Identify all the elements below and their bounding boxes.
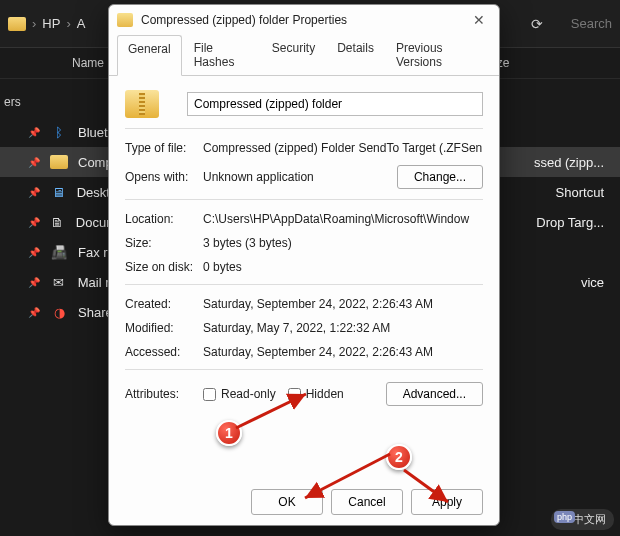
size-value: 3 bytes (3 bytes) [203, 236, 483, 250]
opens-with-value: Unknown application [203, 170, 397, 184]
tab-panel-general: Type of file:Compressed (zipped) Folder … [109, 76, 499, 479]
label: Size on disk: [125, 260, 203, 274]
tab-details[interactable]: Details [327, 35, 384, 75]
label: Location: [125, 212, 203, 226]
breadcrumb-segment[interactable]: A [77, 16, 86, 31]
label: Created: [125, 297, 203, 311]
pin-icon: 📌 [28, 217, 40, 228]
tab-general[interactable]: General [117, 35, 182, 76]
zip-folder-icon [125, 90, 159, 118]
accessed-value: Saturday, September 24, 2022, 2:26:43 AM [203, 345, 483, 359]
close-icon[interactable]: ✕ [467, 12, 491, 28]
pin-icon: 📌 [28, 247, 40, 258]
search-input[interactable]: Search [571, 16, 612, 31]
fax-icon: 📠 [50, 243, 68, 261]
location-value: C:\Users\HP\AppData\Roaming\Microsoft\Wi… [203, 212, 483, 226]
tab-file-hashes[interactable]: File Hashes [184, 35, 260, 75]
bluetooth-icon: ᛒ [50, 123, 68, 141]
folder-icon [8, 17, 26, 31]
annotation-marker-1: 1 [216, 420, 242, 446]
document-icon: 🗎 [50, 213, 66, 231]
tab-previous-versions[interactable]: Previous Versions [386, 35, 491, 75]
pin-icon: 📌 [28, 127, 40, 138]
label: Opens with: [125, 170, 203, 184]
refresh-icon[interactable]: ⟳ [521, 10, 553, 38]
pin-icon: 📌 [28, 277, 40, 288]
label: Accessed: [125, 345, 203, 359]
watermark: 中文网 [551, 509, 614, 530]
modified-value: Saturday, May 7, 2022, 1:22:32 AM [203, 321, 483, 335]
zip-folder-icon [50, 153, 68, 171]
cancel-button[interactable]: Cancel [331, 489, 403, 515]
zip-folder-icon [117, 13, 133, 27]
label: Modified: [125, 321, 203, 335]
sharex-icon: ◑ [50, 303, 68, 321]
pin-icon: 📌 [28, 157, 40, 168]
dialog-tabs: General File Hashes Security Details Pre… [109, 35, 499, 76]
size-on-disk-value: 0 bytes [203, 260, 483, 274]
pin-icon: 📌 [28, 187, 40, 198]
advanced-button[interactable]: Advanced... [386, 382, 483, 406]
dialog-button-row: OK Cancel Apply [109, 479, 499, 525]
label: Size: [125, 236, 203, 250]
ok-button[interactable]: OK [251, 489, 323, 515]
chevron-right-icon: › [66, 16, 70, 31]
readonly-checkbox[interactable]: Read-only [203, 387, 276, 401]
label: Type of file: [125, 141, 203, 155]
type-value: Compressed (zipped) Folder SendTo Target… [203, 141, 483, 155]
file-name-input[interactable] [187, 92, 483, 116]
dialog-titlebar[interactable]: Compressed (zipped) folder Properties ✕ [109, 5, 499, 35]
label: Attributes: [125, 387, 203, 401]
properties-dialog: Compressed (zipped) folder Properties ✕ … [108, 4, 500, 526]
tab-security[interactable]: Security [262, 35, 325, 75]
mail-icon: ✉ [50, 273, 68, 291]
pin-icon: 📌 [28, 307, 40, 318]
dialog-title: Compressed (zipped) folder Properties [141, 13, 459, 27]
apply-button[interactable]: Apply [411, 489, 483, 515]
desktop-icon: 🖥 [50, 183, 67, 201]
chevron-right-icon: › [32, 16, 36, 31]
annotation-marker-2: 2 [386, 444, 412, 470]
hidden-checkbox[interactable]: Hidden [288, 387, 344, 401]
created-value: Saturday, September 24, 2022, 2:26:43 AM [203, 297, 483, 311]
breadcrumb-segment[interactable]: HP [42, 16, 60, 31]
change-button[interactable]: Change... [397, 165, 483, 189]
